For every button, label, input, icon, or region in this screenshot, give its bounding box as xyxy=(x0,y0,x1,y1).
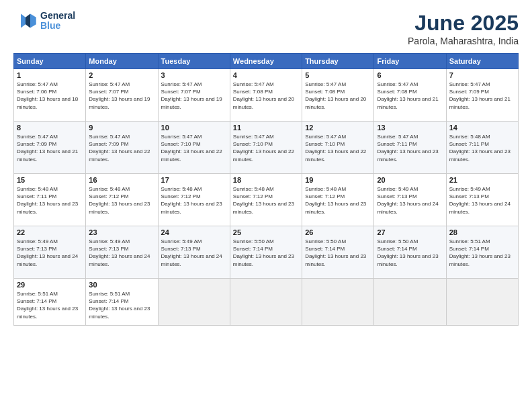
calendar-cell xyxy=(302,279,374,326)
week-row-5: 29Sunrise: 5:51 AMSunset: 7:14 PMDayligh… xyxy=(14,279,519,326)
day-number: 17 xyxy=(161,176,227,184)
day-number: 9 xyxy=(89,124,154,132)
calendar-cell: 12Sunrise: 5:47 AMSunset: 7:10 PMDayligh… xyxy=(302,122,374,174)
header: General Blue June 2025 Parola, Maharasht… xyxy=(13,11,519,46)
logo: General Blue xyxy=(13,11,75,32)
calendar-cell: 19Sunrise: 5:48 AMSunset: 7:12 PMDayligh… xyxy=(302,174,374,226)
day-info: Sunrise: 5:47 AMSunset: 7:10 PMDaylight:… xyxy=(305,133,371,163)
logo-general: General xyxy=(40,11,75,21)
day-number: 16 xyxy=(89,176,154,184)
location: Parola, Maharashtra, India xyxy=(408,36,519,46)
calendar-cell: 5Sunrise: 5:47 AMSunset: 7:08 PMDaylight… xyxy=(302,69,374,122)
calendar-cell: 17Sunrise: 5:48 AMSunset: 7:12 PMDayligh… xyxy=(158,174,230,226)
day-info: Sunrise: 5:47 AMSunset: 7:07 PMDaylight:… xyxy=(161,81,227,111)
day-info: Sunrise: 5:51 AMSunset: 7:14 PMDaylight:… xyxy=(17,290,83,320)
calendar-cell: 8Sunrise: 5:47 AMSunset: 7:09 PMDaylight… xyxy=(14,122,86,174)
calendar-table: SundayMondayTuesdayWednesdayThursdayFrid… xyxy=(13,53,519,326)
calendar-cell: 30Sunrise: 5:51 AMSunset: 7:14 PMDayligh… xyxy=(86,279,158,326)
day-number: 12 xyxy=(305,124,371,132)
calendar-cell: 28Sunrise: 5:51 AMSunset: 7:14 PMDayligh… xyxy=(446,226,518,279)
day-number: 25 xyxy=(233,228,299,236)
day-info: Sunrise: 5:48 AMSunset: 7:12 PMDaylight:… xyxy=(161,185,227,216)
calendar-cell: 14Sunrise: 5:48 AMSunset: 7:11 PMDayligh… xyxy=(446,122,518,174)
logo-blue: Blue xyxy=(40,21,75,31)
day-number: 23 xyxy=(89,228,154,236)
day-info: Sunrise: 5:51 AMSunset: 7:14 PMDaylight:… xyxy=(449,238,515,268)
day-number: 19 xyxy=(305,176,371,184)
day-info: Sunrise: 5:48 AMSunset: 7:12 PMDaylight:… xyxy=(305,185,371,216)
calendar-cell: 26Sunrise: 5:50 AMSunset: 7:14 PMDayligh… xyxy=(302,226,374,279)
title-block: June 2025 Parola, Maharashtra, India xyxy=(408,11,519,46)
day-info: Sunrise: 5:47 AMSunset: 7:10 PMDaylight:… xyxy=(161,133,227,163)
day-number: 3 xyxy=(161,71,227,79)
day-info: Sunrise: 5:47 AMSunset: 7:10 PMDaylight:… xyxy=(233,133,299,163)
day-info: Sunrise: 5:47 AMSunset: 7:08 PMDaylight:… xyxy=(233,81,299,111)
weekday-header-monday: Monday xyxy=(86,54,158,69)
calendar-cell: 2Sunrise: 5:47 AMSunset: 7:07 PMDaylight… xyxy=(86,69,158,122)
weekday-header-wednesday: Wednesday xyxy=(230,54,302,69)
calendar-cell: 10Sunrise: 5:47 AMSunset: 7:10 PMDayligh… xyxy=(158,122,230,174)
day-number: 29 xyxy=(17,281,83,289)
day-info: Sunrise: 5:49 AMSunset: 7:13 PMDaylight:… xyxy=(449,185,515,216)
week-row-3: 15Sunrise: 5:48 AMSunset: 7:11 PMDayligh… xyxy=(14,174,519,226)
logo-icon xyxy=(13,11,38,30)
calendar-cell: 4Sunrise: 5:47 AMSunset: 7:08 PMDaylight… xyxy=(230,69,302,122)
calendar-cell: 11Sunrise: 5:47 AMSunset: 7:10 PMDayligh… xyxy=(230,122,302,174)
calendar-cell: 20Sunrise: 5:49 AMSunset: 7:13 PMDayligh… xyxy=(374,174,446,226)
day-info: Sunrise: 5:47 AMSunset: 7:08 PMDaylight:… xyxy=(305,81,371,111)
day-number: 14 xyxy=(449,124,515,132)
weekday-header-row: SundayMondayTuesdayWednesdayThursdayFrid… xyxy=(14,54,519,69)
calendar-cell: 13Sunrise: 5:47 AMSunset: 7:11 PMDayligh… xyxy=(374,122,446,174)
weekday-header-tuesday: Tuesday xyxy=(158,54,230,69)
weekday-header-friday: Friday xyxy=(374,54,446,69)
day-info: Sunrise: 5:51 AMSunset: 7:14 PMDaylight:… xyxy=(89,290,154,320)
day-info: Sunrise: 5:47 AMSunset: 7:11 PMDaylight:… xyxy=(377,133,443,163)
day-info: Sunrise: 5:47 AMSunset: 7:07 PMDaylight:… xyxy=(89,81,154,111)
day-number: 15 xyxy=(17,176,83,184)
day-number: 20 xyxy=(377,176,443,184)
calendar-cell: 15Sunrise: 5:48 AMSunset: 7:11 PMDayligh… xyxy=(14,174,86,226)
calendar-cell: 21Sunrise: 5:49 AMSunset: 7:13 PMDayligh… xyxy=(446,174,518,226)
calendar-cell: 22Sunrise: 5:49 AMSunset: 7:13 PMDayligh… xyxy=(14,226,86,279)
calendar-cell xyxy=(230,279,302,326)
day-number: 22 xyxy=(17,228,83,236)
calendar-cell: 16Sunrise: 5:48 AMSunset: 7:12 PMDayligh… xyxy=(86,174,158,226)
day-number: 5 xyxy=(305,71,371,79)
day-info: Sunrise: 5:49 AMSunset: 7:13 PMDaylight:… xyxy=(377,185,443,216)
day-number: 6 xyxy=(377,71,443,79)
calendar-cell: 18Sunrise: 5:48 AMSunset: 7:12 PMDayligh… xyxy=(230,174,302,226)
calendar-cell: 7Sunrise: 5:47 AMSunset: 7:09 PMDaylight… xyxy=(446,69,518,122)
day-info: Sunrise: 5:49 AMSunset: 7:13 PMDaylight:… xyxy=(17,238,83,268)
day-number: 8 xyxy=(17,124,83,132)
day-info: Sunrise: 5:47 AMSunset: 7:09 PMDaylight:… xyxy=(89,133,154,163)
calendar-cell xyxy=(446,279,518,326)
weekday-header-sunday: Sunday xyxy=(14,54,86,69)
calendar-cell: 1Sunrise: 5:47 AMSunset: 7:06 PMDaylight… xyxy=(14,69,86,122)
day-info: Sunrise: 5:48 AMSunset: 7:11 PMDaylight:… xyxy=(17,185,83,216)
day-number: 4 xyxy=(233,71,299,79)
calendar-cell xyxy=(374,279,446,326)
day-info: Sunrise: 5:48 AMSunset: 7:12 PMDaylight:… xyxy=(89,185,154,216)
day-info: Sunrise: 5:47 AMSunset: 7:08 PMDaylight:… xyxy=(377,81,443,111)
day-number: 1 xyxy=(17,71,83,79)
calendar-cell: 29Sunrise: 5:51 AMSunset: 7:14 PMDayligh… xyxy=(14,279,86,326)
day-number: 30 xyxy=(89,281,154,289)
day-number: 26 xyxy=(305,228,371,236)
day-number: 24 xyxy=(161,228,227,236)
day-info: Sunrise: 5:49 AMSunset: 7:13 PMDaylight:… xyxy=(89,238,154,268)
week-row-2: 8Sunrise: 5:47 AMSunset: 7:09 PMDaylight… xyxy=(14,122,519,174)
day-number: 2 xyxy=(89,71,154,79)
day-info: Sunrise: 5:50 AMSunset: 7:14 PMDaylight:… xyxy=(305,238,371,268)
day-number: 27 xyxy=(377,228,443,236)
calendar-cell: 27Sunrise: 5:50 AMSunset: 7:14 PMDayligh… xyxy=(374,226,446,279)
calendar-cell xyxy=(158,279,230,326)
day-number: 18 xyxy=(233,176,299,184)
day-info: Sunrise: 5:47 AMSunset: 7:09 PMDaylight:… xyxy=(449,81,515,111)
day-info: Sunrise: 5:47 AMSunset: 7:09 PMDaylight:… xyxy=(17,133,83,163)
calendar-cell: 3Sunrise: 5:47 AMSunset: 7:07 PMDaylight… xyxy=(158,69,230,122)
day-info: Sunrise: 5:47 AMSunset: 7:06 PMDaylight:… xyxy=(17,81,83,111)
day-number: 10 xyxy=(161,124,227,132)
weekday-header-thursday: Thursday xyxy=(302,54,374,69)
weekday-header-saturday: Saturday xyxy=(446,54,518,69)
calendar-cell: 24Sunrise: 5:49 AMSunset: 7:13 PMDayligh… xyxy=(158,226,230,279)
